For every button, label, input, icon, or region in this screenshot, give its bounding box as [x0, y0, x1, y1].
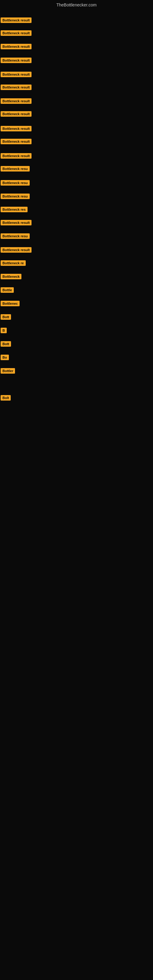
result-item-13[interactable]: Bottleneck resu: [1, 180, 30, 187]
result-item-6[interactable]: Bottleneck result: [1, 84, 32, 91]
bottleneck-badge: Bottleneck: [1, 274, 21, 279]
bottleneck-badge: Bottleneck resu: [1, 233, 30, 239]
result-item-23[interactable]: Bott: [1, 314, 11, 321]
bottleneck-badge: Bottleneck result: [1, 98, 32, 104]
bottleneck-badge: Bottlenec: [1, 301, 19, 306]
result-item-10[interactable]: Bottleneck result: [1, 139, 32, 145]
result-item-4[interactable]: Bottleneck result: [1, 57, 32, 64]
result-item-20[interactable]: Bottleneck: [1, 274, 21, 280]
result-item-3[interactable]: Bottleneck result: [1, 44, 32, 51]
bottleneck-badge: Bottleneck result: [1, 72, 32, 77]
bottleneck-badge: Bottleneck resu: [1, 166, 30, 172]
bottleneck-badge: Bottler: [1, 368, 15, 374]
bottleneck-badge: Bottle: [1, 287, 14, 293]
bottleneck-badge: Bottleneck result: [1, 84, 32, 90]
bottleneck-badge: Bo: [1, 355, 9, 360]
bottleneck-badge: Bottleneck resu: [1, 194, 30, 199]
result-item-5[interactable]: Bottleneck result: [1, 72, 32, 78]
result-item-16[interactable]: Bottleneck result: [1, 220, 32, 227]
result-item-1[interactable]: Bottleneck result: [1, 18, 32, 24]
result-item-21[interactable]: Bottle: [1, 287, 14, 294]
result-item-14[interactable]: Bottleneck resu: [1, 194, 30, 200]
bottleneck-badge: Bottleneck result: [1, 139, 32, 144]
result-item-26[interactable]: Bo: [1, 355, 9, 361]
bottleneck-badge: Bottleneck result: [1, 18, 32, 23]
bottleneck-badge: Bottleneck result: [1, 44, 32, 49]
bottleneck-badge: Bottleneck result: [1, 126, 32, 131]
bottleneck-badge: Bottleneck result: [1, 111, 32, 117]
site-title: TheBottlenecker.com: [0, 0, 153, 10]
result-item-22[interactable]: Bottlenec: [1, 301, 19, 307]
result-item-9[interactable]: Bottleneck result: [1, 126, 32, 133]
result-item-2[interactable]: Bottleneck result: [1, 30, 32, 37]
result-item-12[interactable]: Bottleneck resu: [1, 166, 30, 173]
bottleneck-badge: Bottleneck resu: [1, 180, 30, 186]
bottleneck-badge: Bottleneck result: [1, 30, 32, 36]
bottleneck-badge: Bott: [1, 341, 11, 347]
bottleneck-badge: Bottleneck re: [1, 260, 26, 266]
result-item-11[interactable]: Bottleneck result: [1, 153, 32, 160]
result-item-7[interactable]: Bottleneck result: [1, 98, 32, 105]
bottleneck-badge: Bottleneck result: [1, 153, 32, 159]
bottleneck-badge: Bottleneck result: [1, 220, 32, 225]
result-item-8[interactable]: Bottleneck result: [1, 111, 32, 118]
bottleneck-badge: Bottleneck res: [1, 207, 27, 212]
result-item-15[interactable]: Bottleneck res: [1, 207, 27, 213]
result-item-24[interactable]: B: [1, 328, 7, 334]
page-content: TheBottlenecker.com Bottleneck resultBot…: [0, 0, 153, 980]
bottleneck-badge: Bottleneck result: [1, 57, 32, 63]
bottleneck-badge: Bolt: [1, 395, 11, 401]
result-item-17[interactable]: Bottleneck resu: [1, 233, 30, 240]
result-item-25[interactable]: Bott: [1, 341, 11, 348]
bottleneck-badge: Bott: [1, 314, 11, 320]
bottleneck-badge: B: [1, 328, 7, 333]
bottleneck-badge: Bottleneck result: [1, 247, 32, 253]
result-item-27[interactable]: Bottler: [1, 368, 15, 375]
result-item-19[interactable]: Bottleneck re: [1, 260, 26, 267]
result-item-28[interactable]: Bolt: [1, 395, 11, 402]
result-item-18[interactable]: Bottleneck result: [1, 247, 32, 254]
